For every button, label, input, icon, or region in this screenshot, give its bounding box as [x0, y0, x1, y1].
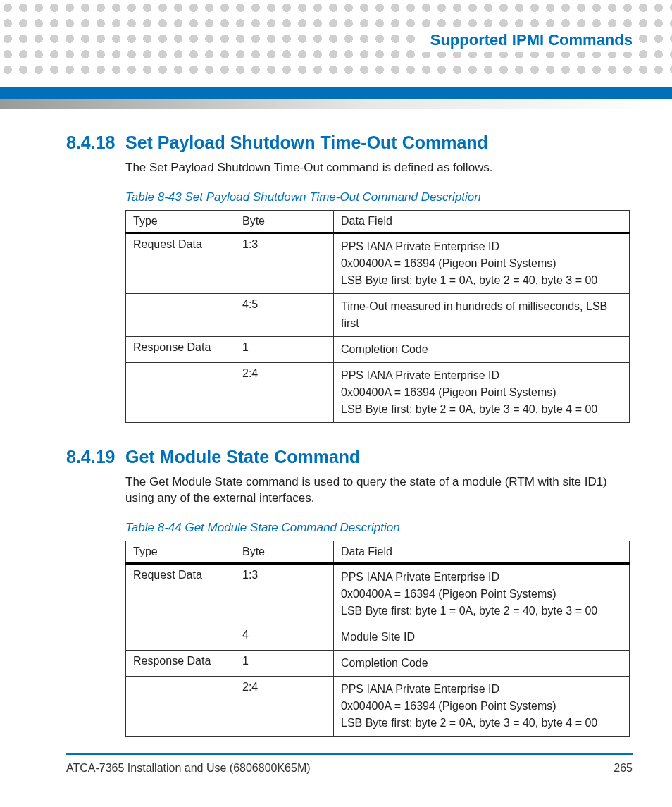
cell-data: PPS IANA Private Enterprise ID0x00400A =…: [334, 676, 630, 736]
table-row: 2:4 PPS IANA Private Enterprise ID0x0040…: [126, 362, 630, 422]
footer-doc-id: ATCA-7365 Installation and Use (6806800K…: [66, 762, 311, 775]
page-footer: ATCA-7365 Installation and Use (6806800K…: [66, 753, 633, 775]
cell-type: [126, 676, 235, 736]
section-heading: 8.4.19 Get Module State Command: [66, 447, 630, 467]
section-number: 8.4.18: [66, 133, 125, 153]
col-header-byte: Byte: [235, 541, 334, 563]
table-caption: Table 8-43 Set Payload Shutdown Time-Out…: [125, 190, 630, 204]
cell-byte: 2:4: [235, 362, 334, 422]
cell-type: Request Data: [126, 563, 235, 624]
table-row: 4 Module Site ID: [126, 624, 630, 650]
section-heading: 8.4.18 Set Payload Shutdown Time-Out Com…: [66, 133, 630, 153]
cell-data: Time-Out measured in hundreds of millise…: [334, 293, 630, 336]
table-row: 2:4 PPS IANA Private Enterprise ID0x0040…: [126, 676, 630, 736]
cell-type: Response Data: [126, 650, 235, 676]
footer-page-number: 265: [614, 762, 633, 775]
cell-type: Request Data: [126, 233, 235, 293]
section-title: Get Module State Command: [125, 447, 360, 467]
table-header-row: Type Byte Data Field: [126, 541, 630, 563]
section-number: 8.4.19: [66, 447, 125, 467]
cell-byte: 4:5: [235, 293, 334, 336]
cell-data: PPS IANA Private Enterprise ID0x00400A =…: [334, 563, 630, 624]
cell-byte: 4: [235, 624, 334, 650]
cell-type: [126, 624, 235, 650]
cell-type: [126, 362, 235, 422]
table-row: Request Data 1:3 PPS IANA Private Enterp…: [126, 563, 630, 624]
cell-data: Completion Code: [334, 336, 630, 362]
table-caption: Table 8-44 Get Module State Command Desc…: [125, 521, 630, 535]
page-content: 8.4.18 Set Payload Shutdown Time-Out Com…: [66, 127, 630, 760]
col-header-byte: Byte: [235, 210, 334, 233]
section-title: Set Payload Shutdown Time-Out Command: [125, 133, 488, 153]
table-row: Response Data 1 Completion Code: [126, 336, 630, 362]
header-title-wrap: Supported IPMI Commands: [415, 28, 633, 52]
cell-byte: 1:3: [235, 233, 334, 293]
cell-byte: 1: [235, 650, 334, 676]
chapter-title: Supported IPMI Commands: [430, 31, 633, 49]
cell-data: Completion Code: [334, 650, 630, 676]
command-table: Type Byte Data Field Request Data 1:3 PP…: [125, 541, 630, 737]
table-header-row: Type Byte Data Field: [126, 210, 630, 233]
cell-data: Module Site ID: [334, 624, 630, 650]
col-header-data: Data Field: [334, 210, 630, 233]
col-header-type: Type: [126, 210, 235, 233]
table-row: Response Data 1 Completion Code: [126, 650, 630, 676]
table-row: Request Data 1:3 PPS IANA Private Enterp…: [126, 233, 630, 293]
table-row: 4:5 Time-Out measured in hundreds of mil…: [126, 293, 630, 336]
section-intro: The Set Payload Shutdown Time-Out comman…: [125, 160, 630, 176]
cell-byte: 1:3: [235, 563, 334, 624]
section-intro: The Get Module State command is used to …: [125, 474, 630, 507]
col-header-type: Type: [126, 541, 235, 563]
header-gradient-bar: [0, 99, 672, 109]
col-header-data: Data Field: [334, 541, 630, 563]
cell-byte: 2:4: [235, 676, 334, 736]
command-table: Type Byte Data Field Request Data 1:3 PP…: [125, 210, 630, 423]
cell-data: PPS IANA Private Enterprise ID0x00400A =…: [334, 233, 630, 293]
cell-type: [126, 293, 235, 336]
cell-type: Response Data: [126, 336, 235, 362]
cell-byte: 1: [235, 336, 334, 362]
header-blue-bar: [0, 87, 672, 99]
cell-data: PPS IANA Private Enterprise ID0x00400A =…: [334, 362, 630, 422]
